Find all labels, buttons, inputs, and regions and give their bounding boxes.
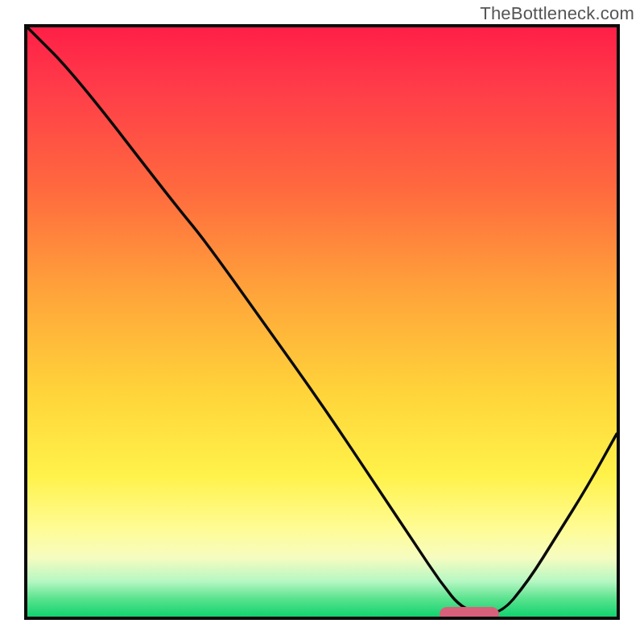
chart-container: TheBottleneck.com — [0, 0, 644, 644]
watermark-text: TheBottleneck.com — [480, 3, 634, 24]
curve-overlay — [27, 27, 617, 617]
plot-area — [24, 24, 620, 620]
bottleneck-marker — [440, 607, 498, 620]
curve-path — [27, 27, 617, 614]
